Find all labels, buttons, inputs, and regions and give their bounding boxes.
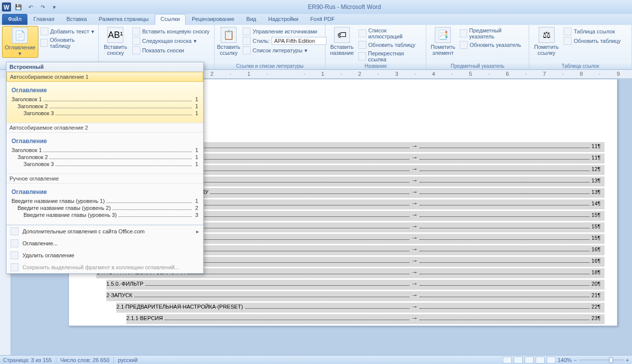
insert-footnote-button[interactable]: AB¹ Вставить сноску xyxy=(101,26,130,57)
authorities-icon xyxy=(564,27,572,35)
figures-icon xyxy=(358,29,366,37)
save-selection-icon xyxy=(10,263,18,271)
redo-icon[interactable]: ↷ xyxy=(38,2,47,11)
gallery-section-builtin: Встроенный xyxy=(6,62,203,72)
mark-citation-icon: ⚖ xyxy=(539,27,555,43)
tab-foxit[interactable]: Foxit PDF xyxy=(305,14,341,25)
tab-home[interactable]: Главная xyxy=(27,14,60,25)
index-icon xyxy=(460,29,467,37)
style-combo[interactable]: APA Fifth Edition xyxy=(272,37,326,45)
toc-label: Оглавление xyxy=(5,44,35,50)
toc-button[interactable]: 📄 Оглавление▾ xyxy=(2,26,38,58)
group-authorities: Таблица ссылок xyxy=(531,63,630,69)
gallery-more-online[interactable]: Дополнительные оглавления с сайта Office… xyxy=(6,225,203,237)
show-notes-icon xyxy=(132,46,140,54)
zoom-in-icon[interactable]: + xyxy=(626,357,629,363)
gallery-remove-toc[interactable]: Удалить оглавление xyxy=(6,249,203,261)
mark-citation-button[interactable]: ⚖ Пометить ссылку xyxy=(531,26,562,57)
insert-caption-button[interactable]: 🏷 Вставить название xyxy=(327,26,356,57)
toc-entry[interactable]: 2·ЗАПУСК→21¶ xyxy=(106,291,605,301)
show-notes-button[interactable]: Показать сноски xyxy=(130,46,212,55)
endnote-icon xyxy=(132,27,140,35)
tab-view[interactable]: Вид xyxy=(240,14,262,25)
group-index: Предметный указатель xyxy=(428,63,527,69)
bibliography-icon xyxy=(243,46,251,54)
office-icon xyxy=(10,227,18,235)
style-selector[interactable]: Стиль: APA Fifth Edition xyxy=(241,36,328,45)
toc-entry[interactable]: 1.5.0.·ФИЛЬТР→20¶ xyxy=(106,280,605,290)
view-web-icon[interactable] xyxy=(525,357,534,364)
insert-citation-button[interactable]: 📋 Вставить ссылку xyxy=(217,26,241,57)
add-text-icon xyxy=(40,27,48,35)
status-bar: Страница: 3 из 155 Число слов: 26 650 ру… xyxy=(0,355,632,364)
update-captions-icon xyxy=(358,41,366,49)
view-print-icon[interactable] xyxy=(503,357,512,364)
gallery-item-manual-preview[interactable]: Оглавление Введите название главы (урове… xyxy=(6,183,203,225)
update-toc-button[interactable]: Обновить таблицу xyxy=(38,36,96,49)
undo-icon[interactable]: ↶ xyxy=(26,2,35,11)
toc-icon: 📄 xyxy=(12,27,28,43)
update-authorities-icon xyxy=(564,37,572,45)
tab-review[interactable]: Рецензирование xyxy=(186,14,240,25)
bibliography-button[interactable]: Список литературы ▾ xyxy=(241,46,328,55)
gallery-item-auto1-title[interactable]: Автособираемое оглавление 1 xyxy=(6,72,203,82)
remove-toc-icon xyxy=(10,251,18,259)
toc-entry[interactable]: 2.1·ПРЕДВАРИТЕЛЬНАЯ·НАСТРОЙКА·(PRESET)→2… xyxy=(116,303,605,313)
tab-references[interactable]: Ссылки xyxy=(155,14,186,25)
insert-endnote-button[interactable]: Вставить концевую сноску xyxy=(130,27,212,36)
cross-ref-button[interactable]: Перекрестная ссылка xyxy=(356,50,424,63)
word-icon: W xyxy=(2,2,11,11)
update-index-icon xyxy=(460,41,468,49)
footnote-icon: AB¹ xyxy=(107,27,123,43)
toc-gallery-dropdown: Встроенный Автособираемое оглавление 1 О… xyxy=(6,62,204,274)
zoom-out-icon[interactable]: − xyxy=(574,357,577,363)
mark-entry-icon: 📑 xyxy=(435,27,451,43)
tab-addins[interactable]: Надстройки xyxy=(262,14,304,25)
zoom-slider[interactable] xyxy=(579,359,624,361)
update-captions-button[interactable]: Обновить таблицу xyxy=(356,40,424,49)
status-page[interactable]: Страница: 3 из 155 xyxy=(3,357,52,363)
gallery-item-auto2-title[interactable]: Автособираемое оглавление 2 xyxy=(6,123,203,133)
caption-icon: 🏷 xyxy=(334,27,350,43)
window-title: ER90-Rus - Microsoft Word xyxy=(59,3,630,10)
update-index-button[interactable]: Обновить указатель xyxy=(458,40,527,49)
insert-index-button[interactable]: Предметный указатель xyxy=(458,27,527,40)
tab-file[interactable]: Файл xyxy=(2,14,27,25)
qat-dropdown-icon[interactable]: ▾ xyxy=(50,2,59,11)
next-footnote-icon xyxy=(132,37,140,45)
gallery-save-selection: Сохранить выделенный фрагмент в коллекци… xyxy=(6,261,203,273)
group-captions: Названия xyxy=(327,63,424,69)
table-figures-button[interactable]: Список иллюстраций xyxy=(356,27,424,40)
style-icon xyxy=(243,37,251,45)
mark-entry-button[interactable]: 📑 Пометить элемент xyxy=(428,26,458,57)
view-draft-icon[interactable] xyxy=(547,357,556,364)
status-lang[interactable]: русский xyxy=(118,357,137,363)
authorities-table-button[interactable]: Таблица ссылок xyxy=(562,27,623,36)
next-footnote-button[interactable]: Следующая сноска ▾ xyxy=(130,36,212,45)
group-citations: Ссылки и списки литературы xyxy=(217,63,323,69)
update-toc-icon xyxy=(40,39,48,47)
title-bar: W 💾 ↶ ↷ ▾ ER90-Rus - Microsoft Word xyxy=(0,0,632,14)
custom-toc-icon xyxy=(10,239,18,247)
gallery-item-auto2-preview[interactable]: Оглавление Заголовок 11 Заголовок 21 Заг… xyxy=(6,133,203,174)
manage-sources-icon xyxy=(243,27,251,35)
gallery-custom-toc[interactable]: Оглавление... xyxy=(6,237,203,249)
tab-layout[interactable]: Разметка страницы xyxy=(93,14,155,25)
gallery-item-manual-title[interactable]: Ручное оглавление xyxy=(6,174,203,183)
manage-sources-button[interactable]: Управление источниками xyxy=(241,27,328,36)
ribbon-tabs: Файл Главная Вставка Разметка страницы С… xyxy=(0,14,632,25)
cross-ref-icon xyxy=(358,52,366,60)
toc-entry[interactable]: 2.1.1·ВЕРСИЯ→23¶ xyxy=(126,314,605,324)
tab-insert[interactable]: Вставка xyxy=(60,14,93,25)
status-words[interactable]: Число слов: 26 650 xyxy=(60,357,109,363)
save-icon[interactable]: 💾 xyxy=(14,2,23,11)
view-outline-icon[interactable] xyxy=(536,357,545,364)
gallery-item-auto1-preview[interactable]: Оглавление Заголовок 11 Заголовок 21 Заг… xyxy=(6,82,203,123)
status-zoom[interactable]: 140% xyxy=(558,357,572,363)
citation-icon: 📋 xyxy=(221,27,237,43)
quick-access-toolbar: 💾 ↶ ↷ ▾ xyxy=(14,2,59,11)
update-authorities-button[interactable]: Обновить таблицу xyxy=(562,36,623,45)
add-text-button[interactable]: Добавить текст ▾ xyxy=(38,27,96,36)
view-read-icon[interactable] xyxy=(514,357,523,364)
